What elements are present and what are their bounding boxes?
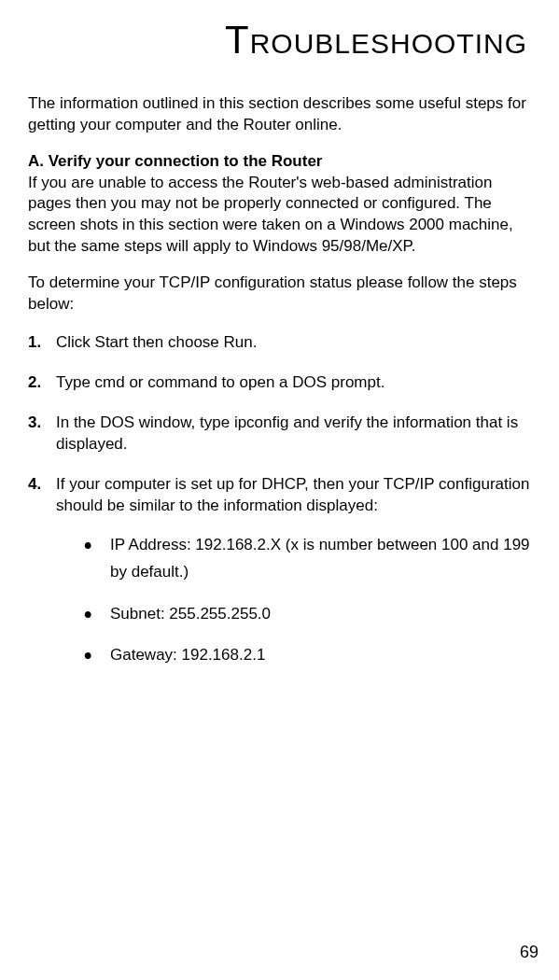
lead-paragraph: To determine your TCP/IP configuration s… xyxy=(28,273,531,315)
step-item: 1. Click Start then choose Run. xyxy=(28,332,531,354)
step-item: 3. In the DOS window, type ipconfig and … xyxy=(28,413,531,455)
section-heading: A. Verify your connection to the Router xyxy=(28,151,531,173)
bullet-item: Subnet: 255.255.255.0 xyxy=(56,601,531,628)
step-number: 4. xyxy=(28,474,41,496)
bullet-item: IP Address: 192.168.2.X (x is number bet… xyxy=(56,532,531,586)
intro-paragraph: The information outlined in this section… xyxy=(28,93,531,136)
step-number: 1. xyxy=(28,332,41,354)
step-item: 4. If your computer is set up for DHCP, … xyxy=(28,474,531,669)
step-text: Type cmd or command to open a DOS prompt… xyxy=(56,373,384,391)
page-title: TROUBLESHOOTING xyxy=(28,14,531,67)
step-text: Click Start then choose Run. xyxy=(56,333,257,351)
bullet-item: Gateway: 192.168.2.1 xyxy=(56,642,531,669)
step-text: If your computer is set up for DHCP, the… xyxy=(56,475,529,514)
title-rest: ROUBLESHOOTING xyxy=(250,28,527,59)
page-number: 69 xyxy=(520,941,538,963)
steps-list: 1. Click Start then choose Run. 2. Type … xyxy=(28,332,531,669)
bullet-list: IP Address: 192.168.2.X (x is number bet… xyxy=(56,532,531,670)
title-dropcap: T xyxy=(225,18,250,62)
step-text: In the DOS window, type ipconfig and ver… xyxy=(56,413,518,453)
section-body: If you are unable to access the Router's… xyxy=(28,173,531,259)
step-item: 2. Type cmd or command to open a DOS pro… xyxy=(28,372,531,394)
step-number: 2. xyxy=(28,372,41,394)
step-number: 3. xyxy=(28,413,41,434)
